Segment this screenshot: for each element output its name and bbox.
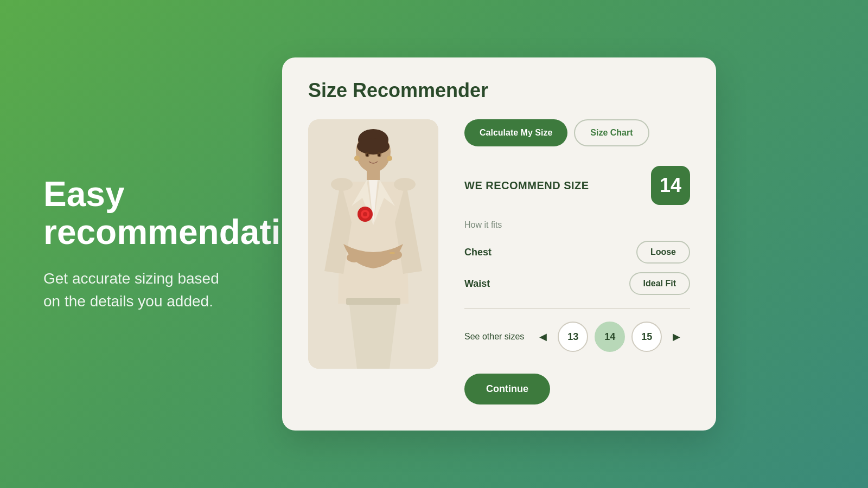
waist-label: Waist (464, 278, 490, 290)
product-figure (308, 119, 438, 369)
right-panel: Calculate My Size Size Chart WE RECOMMEN… (464, 119, 690, 404)
svg-point-3 (357, 138, 390, 155)
right-section: Size Recommender (282, 57, 716, 431)
waist-value: Ideal Fit (629, 272, 690, 295)
svg-point-8 (382, 249, 402, 260)
svg-point-19 (378, 154, 380, 157)
product-svg (308, 119, 438, 369)
card-body: Calculate My Size Size Chart WE RECOMMEN… (308, 119, 690, 404)
prev-size-button[interactable]: ◀ (535, 329, 551, 345)
card-title: Size Recommender (308, 79, 690, 102)
size-option-13[interactable]: 13 (558, 322, 588, 352)
page-layout: Easy recommendation Get accurate sizing … (0, 0, 868, 488)
size-option-15[interactable]: 15 (631, 322, 662, 352)
svg-rect-10 (390, 252, 395, 254)
svg-rect-11 (346, 298, 400, 305)
recommended-size-badge: 14 (651, 166, 690, 205)
see-other-sizes-label: See other sizes (464, 332, 524, 342)
svg-point-7 (363, 212, 367, 216)
waist-fit-row: Waist Ideal Fit (464, 272, 690, 295)
next-size-button[interactable]: ▶ (668, 329, 685, 345)
svg-point-15 (387, 156, 392, 161)
size-option-14[interactable]: 14 (595, 322, 625, 352)
left-section: Easy recommendation Get accurate sizing … (0, 143, 282, 346)
recommend-label: WE RECOMMEND SIZE (464, 179, 589, 192)
size-selector-row: See other sizes ◀ 13 14 15 ▶ (464, 322, 690, 352)
recommend-section: WE RECOMMEND SIZE 14 (464, 166, 690, 205)
svg-point-13 (394, 178, 416, 191)
recommender-card: Size Recommender (282, 57, 716, 431)
svg-point-12 (331, 178, 353, 191)
svg-point-14 (354, 156, 360, 161)
page-subtext: Get accurate sizing based on the details… (43, 267, 239, 313)
svg-rect-4 (367, 169, 380, 180)
chest-label: Chest (464, 247, 492, 258)
svg-point-18 (366, 154, 368, 157)
product-image (308, 119, 438, 369)
action-buttons: Calculate My Size Size Chart (464, 119, 690, 146)
size-chart-button[interactable]: Size Chart (574, 119, 649, 146)
svg-point-9 (347, 253, 362, 262)
divider (464, 308, 690, 309)
chest-value: Loose (636, 241, 690, 264)
calculate-size-button[interactable]: Calculate My Size (464, 119, 567, 146)
page-headline: Easy recommendation (43, 175, 239, 252)
how-it-fits-label: How it fits (464, 220, 690, 230)
chest-fit-row: Chest Loose (464, 241, 690, 264)
continue-button[interactable]: Continue (464, 374, 550, 404)
